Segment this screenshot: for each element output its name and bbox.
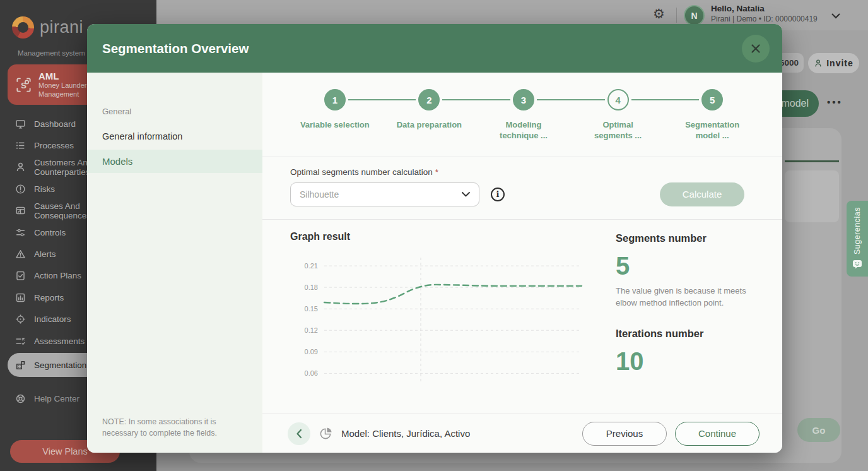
- chat-smiley-icon: [852, 259, 862, 269]
- step-label: Optimal segments ...: [584, 120, 653, 141]
- customers-icon: [15, 162, 26, 172]
- pirani-logo-icon: [12, 16, 34, 39]
- results-section: Graph result 0.210.180.150.120.090.06 Se…: [262, 220, 782, 414]
- required-asterisk: *: [435, 167, 438, 177]
- modal-footer: Model: Clients, Jurídica, Activo Previou…: [262, 414, 782, 453]
- select-label: Optimal segments number calculation*: [290, 167, 744, 177]
- graph-column: Graph result 0.210.180.150.120.090.06: [290, 231, 616, 414]
- modal-body: General General information Models NOTE:…: [87, 73, 782, 453]
- chart-wrap: 0.210.180.150.120.090.06: [290, 250, 616, 395]
- model-label: Model: Clients, Jurídica, Activo: [341, 428, 470, 439]
- segments-number-value: 5: [616, 252, 760, 280]
- segments-number-label: Segments number: [616, 232, 760, 244]
- step-variable-selection[interactable]: 1 Variable selection: [288, 89, 382, 141]
- help-center-icon: [15, 393, 26, 404]
- action-plans-icon: [15, 270, 26, 281]
- modal-content: 1 Variable selection 2 Data preparation …: [262, 73, 782, 453]
- info-icon[interactable]: i: [491, 188, 505, 201]
- modal-nav-panel: General General information Models NOTE:…: [87, 73, 262, 453]
- background-sub-card: [785, 170, 839, 222]
- svg-text:0.06: 0.06: [305, 369, 318, 377]
- modal-header: Segmentation Overview: [87, 24, 782, 73]
- previous-button[interactable]: Previous: [582, 422, 667, 446]
- pie-chart-icon: [319, 426, 333, 441]
- silhouette-chart: 0.210.180.150.120.090.06: [290, 250, 593, 392]
- segments-calculation-select[interactable]: Silhouette: [290, 182, 479, 206]
- person-icon: [814, 59, 823, 68]
- select-label-text: Optimal segments number calculation: [290, 167, 433, 177]
- nav-section-label: General: [102, 107, 247, 116]
- step-circle: 3: [513, 89, 534, 110]
- nav-item-models[interactable]: Models: [87, 150, 262, 173]
- pirani-logo-text: pirani: [40, 18, 83, 37]
- model-button-label: model: [781, 98, 809, 109]
- step-circle: 4: [607, 89, 629, 110]
- nav-item-general-information[interactable]: General information: [102, 131, 247, 141]
- invite-button[interactable]: Invite: [808, 53, 859, 73]
- chevron-down-icon[interactable]: [831, 10, 840, 21]
- suggestions-tab[interactable]: Sugerencias: [847, 201, 868, 277]
- more-options-icon[interactable]: •••: [827, 97, 843, 107]
- svg-text:0.21: 0.21: [305, 261, 318, 269]
- close-button[interactable]: [742, 35, 770, 63]
- causes-icon: [15, 205, 26, 216]
- assessments-icon: [15, 336, 26, 347]
- invite-label: Invite: [826, 58, 853, 68]
- step-data-preparation[interactable]: 2 Data preparation: [382, 89, 477, 141]
- suggestions-label: Sugerencias: [853, 207, 862, 254]
- processes-icon: [15, 140, 26, 151]
- chevron-left-icon: [296, 429, 302, 439]
- continue-button[interactable]: Continue: [675, 422, 760, 446]
- calculation-form: Optimal segments number calculation* Sil…: [262, 157, 782, 220]
- step-label: Variable selection: [300, 120, 370, 131]
- svg-text:0.18: 0.18: [305, 283, 318, 290]
- help-center-label: Help Center: [34, 394, 79, 403]
- step-circle: 1: [324, 89, 346, 110]
- iterations-number-value: 10: [616, 347, 760, 376]
- wizard-stepper: 1 Variable selection 2 Data preparation …: [262, 73, 782, 141]
- segmentation-icon: [15, 360, 26, 371]
- stats-column: Segments number 5 The value given is bec…: [616, 231, 760, 414]
- aml-scan-icon: S: [15, 76, 32, 93]
- step-label: Modeling technique ...: [489, 120, 558, 141]
- indicators-icon: [15, 314, 26, 325]
- segmentation-overview-modal: Segmentation Overview General General in…: [87, 24, 782, 453]
- chevron-down-icon: [462, 192, 470, 197]
- segments-caption: The value given is because it meets elbo…: [616, 285, 760, 309]
- controls-icon: [15, 227, 26, 238]
- avatar[interactable]: N: [684, 5, 705, 26]
- step-modeling-technique[interactable]: 3 Modeling technique ...: [476, 89, 571, 141]
- greeting-text: Hello, Natalia: [711, 4, 818, 13]
- header-divider: [676, 8, 677, 23]
- active-tab-indicator: [785, 160, 839, 162]
- iterations-number-label: Iterations number: [616, 328, 760, 340]
- svg-text:0.15: 0.15: [305, 304, 318, 312]
- step-circle: 2: [418, 89, 440, 110]
- risks-icon: [15, 184, 26, 194]
- graph-title: Graph result: [290, 231, 616, 242]
- application-root: ⚙ N Hello, Natalia Pirani | Demo • ID: 0…: [0, 0, 868, 471]
- close-icon: [749, 42, 762, 55]
- account-info-text: Pirani | Demo • ID: 0000000419: [711, 15, 818, 23]
- dashboard-icon: [15, 119, 26, 129]
- step-circle: 5: [701, 89, 723, 110]
- settings-gear-icon[interactable]: ⚙: [653, 7, 665, 20]
- reports-icon: [15, 292, 26, 303]
- form-row: Silhouette i Calculate: [290, 182, 744, 206]
- panel-note: NOTE: In some associations it is necessa…: [87, 417, 262, 453]
- step-label: Segmentation model ...: [677, 120, 747, 141]
- svg-text:0.09: 0.09: [305, 348, 318, 355]
- calculate-button[interactable]: Calculate: [660, 182, 744, 206]
- step-segmentation-model[interactable]: 5 Segmentation model ...: [665, 89, 760, 141]
- step-label: Data preparation: [397, 120, 462, 131]
- alerts-icon: [15, 249, 26, 259]
- go-button[interactable]: Go: [797, 418, 840, 442]
- modal-title: Segmentation Overview: [102, 41, 249, 56]
- select-value: Silhouette: [300, 189, 339, 200]
- user-info: Hello, Natalia Pirani | Demo • ID: 00000…: [711, 4, 818, 23]
- back-button[interactable]: [288, 422, 310, 445]
- svg-text:0.12: 0.12: [305, 326, 318, 334]
- step-optimal-segments[interactable]: 4 Optimal segments ...: [571, 89, 666, 141]
